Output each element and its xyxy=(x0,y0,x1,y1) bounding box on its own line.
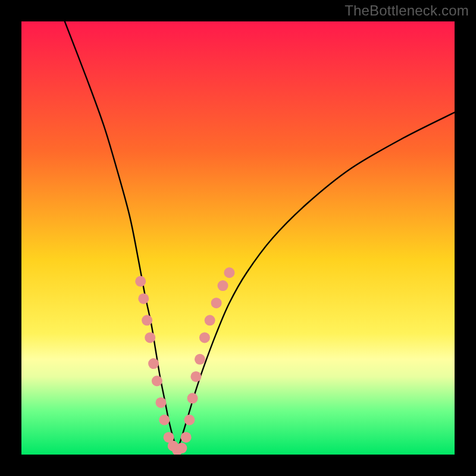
plot-area xyxy=(21,21,455,455)
gradient-background xyxy=(21,21,455,455)
marker-point xyxy=(148,358,159,369)
marker-point xyxy=(205,315,215,325)
chart-frame: TheBottleneck.com xyxy=(0,0,476,476)
marker-point xyxy=(176,443,187,453)
marker-point xyxy=(135,276,146,287)
chart-svg xyxy=(21,21,455,455)
marker-point xyxy=(187,393,198,403)
marker-point xyxy=(199,332,210,343)
marker-point xyxy=(142,315,152,325)
marker-point xyxy=(190,371,201,382)
marker-point xyxy=(155,397,166,408)
marker-point xyxy=(184,415,195,425)
marker-point xyxy=(211,298,222,308)
marker-point xyxy=(138,293,149,304)
marker-point xyxy=(145,332,155,343)
marker-point xyxy=(181,432,192,443)
marker-point xyxy=(159,415,170,425)
marker-point xyxy=(218,280,228,291)
marker-point xyxy=(152,375,162,386)
watermark-label: TheBottleneck.com xyxy=(345,2,469,19)
marker-point xyxy=(224,267,234,278)
marker-point xyxy=(195,354,205,365)
